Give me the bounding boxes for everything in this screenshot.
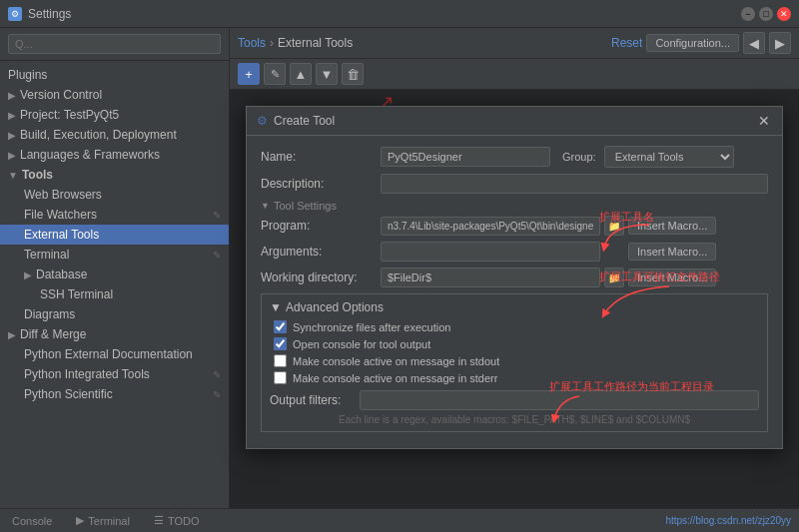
down-tool-button[interactable]: ▼ <box>316 63 338 85</box>
dialog-title-text: Create Tool <box>274 114 335 128</box>
dialog-title-bar: ⚙ Create Tool ✕ <box>247 107 782 136</box>
sidebar-item-web-browsers[interactable]: Web Browsers <box>0 185 229 205</box>
reset-button[interactable]: Reset <box>611 36 642 50</box>
sidebar-item-tools[interactable]: ▼ Tools <box>0 165 229 185</box>
breadcrumb-tools[interactable]: Tools <box>238 36 266 50</box>
sidebar-item-python-ext-doc[interactable]: Python External Documentation <box>0 344 229 364</box>
console-active-stdout-checkbox[interactable] <box>274 354 287 367</box>
arguments-row: Arguments: 📁 Insert Macro... <box>261 242 768 262</box>
arrow-icon: ▶ <box>8 110 16 121</box>
content-main: ⚙ Create Tool ✕ Name: Group: <box>230 90 799 508</box>
sidebar-item-python-scientific[interactable]: Python Scientific ✎ <box>0 384 229 404</box>
sidebar-nav: Plugins ▶ Version Control ▶ Project: Tes… <box>0 61 229 508</box>
group-select[interactable]: External Tools <box>604 146 734 168</box>
terminal-tab[interactable]: ▶ Terminal <box>72 514 134 527</box>
args-label: Arguments: <box>261 245 381 259</box>
close-button[interactable]: ✕ <box>777 7 791 21</box>
todo-label: TODO <box>168 515 200 527</box>
breadcrumb: Tools › External Tools <box>238 36 607 50</box>
sidebar-item-database[interactable]: ▶ Database <box>0 265 229 284</box>
sidebar-item-file-watchers[interactable]: File Watchers ✎ <box>0 205 229 225</box>
open-console-row: Open console for tool output <box>270 337 759 350</box>
todo-icon: ☰ <box>154 514 164 527</box>
breadcrumb-current: External Tools <box>278 36 353 50</box>
title-bar-controls: − □ ✕ <box>741 7 791 21</box>
program-row: Program: 📁 Insert Macro... <box>261 216 768 236</box>
sidebar-item-external-tools[interactable]: External Tools <box>0 225 229 245</box>
tool-settings-header: Tool Settings <box>261 200 768 212</box>
content-area: Tools › External Tools Reset Configurati… <box>230 28 799 508</box>
annotation-tool-name: 扩展工具名 <box>599 210 659 253</box>
search-input[interactable] <box>8 34 221 54</box>
settings-icon: ⚙ <box>8 7 22 21</box>
sidebar-item-diagrams[interactable]: Diagrams <box>0 304 229 324</box>
open-console-checkbox[interactable] <box>274 337 287 350</box>
breadcrumb-separator: › <box>270 36 274 50</box>
sync-files-checkbox[interactable] <box>274 320 287 333</box>
content-toolbar: Tools › External Tools Reset Configurati… <box>230 28 799 59</box>
annotation-tool-path: 扩展工具可执行文件路径 <box>599 269 720 319</box>
up-tool-button[interactable]: ▲ <box>290 63 312 85</box>
desc-input[interactable] <box>381 174 768 194</box>
arrow-icon: ▶ <box>8 130 16 141</box>
annotation-work-dir: 扩展工具工作路径为当前工程目录 <box>549 379 714 424</box>
program-field: 📁 Insert Macro... <box>381 216 768 236</box>
name-label: Name: <box>261 150 381 164</box>
program-input[interactable] <box>381 217 600 236</box>
edit-tool-button[interactable]: ✎ <box>264 63 286 85</box>
console-tab[interactable]: Console <box>8 515 56 527</box>
dialog-overlay: ⚙ Create Tool ✕ Name: Group: <box>230 90 799 508</box>
sidebar-item-version-control[interactable]: ▶ Version Control <box>0 85 229 105</box>
sidebar-item-ssh-terminal[interactable]: SSH Terminal <box>0 284 229 304</box>
description-row: Description: <box>261 174 768 194</box>
sync-files-label: Synchronize files after execution <box>293 321 450 333</box>
maximize-button[interactable]: □ <box>759 7 773 21</box>
desc-label: Description: <box>261 177 381 191</box>
output-filters-label: Output filters: <box>270 393 360 407</box>
sync-files-row: Synchronize files after execution <box>270 320 759 333</box>
configuration-button[interactable]: Configuration... <box>646 34 739 52</box>
arrow-icon: ▶ <box>8 329 16 340</box>
nav-left-button[interactable]: ◀ <box>743 32 765 54</box>
minimize-button[interactable]: − <box>741 7 755 21</box>
title-bar-left: ⚙ Settings <box>8 7 71 21</box>
edit-icon: ✎ <box>213 210 221 221</box>
args-input[interactable] <box>381 242 600 262</box>
arrow-icon: ▶ <box>8 150 16 161</box>
sidebar-item-project[interactable]: ▶ Project: TestPyQt5 <box>0 105 229 125</box>
dialog-title: ⚙ Create Tool <box>257 114 335 128</box>
dialog-close-button[interactable]: ✕ <box>756 113 772 129</box>
status-url[interactable]: https://blog.csdn.net/zjz20yy <box>665 515 791 526</box>
nav-right-button[interactable]: ▶ <box>769 32 791 54</box>
console-active-stderr-checkbox[interactable] <box>274 371 287 384</box>
tools-action-toolbar: + ✎ ▲ ▼ 🗑 <box>230 59 799 90</box>
sidebar: Plugins ▶ Version Control ▶ Project: Tes… <box>0 28 230 508</box>
delete-tool-button[interactable]: 🗑 <box>342 63 364 85</box>
add-tool-button[interactable]: + <box>238 63 260 85</box>
sidebar-item-python-integrated[interactable]: Python Integrated Tools ✎ <box>0 364 229 384</box>
arrow-icon: ▶ <box>8 90 16 101</box>
console-active-stdout-label: Make console active on message in stdout <box>293 355 499 367</box>
working-dir-input[interactable] <box>381 267 600 287</box>
arrow-down-icon: ▼ <box>8 170 18 181</box>
desc-field <box>381 174 768 194</box>
group-label: Group: <box>562 151 596 163</box>
args-field: 📁 Insert Macro... <box>381 242 768 262</box>
working-dir-label: Working directory: <box>261 270 381 284</box>
name-group-row: Name: Group: External Tools <box>261 146 768 168</box>
todo-tab[interactable]: ☰ TODO <box>150 514 204 527</box>
name-input[interactable] <box>381 147 550 167</box>
terminal-icon: ▶ <box>76 514 84 527</box>
sidebar-item-terminal[interactable]: Terminal ✎ <box>0 245 229 265</box>
sidebar-item-languages[interactable]: ▶ Languages & Frameworks <box>0 145 229 165</box>
edit-icon: ✎ <box>213 369 221 380</box>
title-bar: ⚙ Settings − □ ✕ <box>0 0 799 28</box>
edit-icon: ✎ <box>213 389 221 400</box>
sidebar-item-build[interactable]: ▶ Build, Execution, Deployment <box>0 125 229 145</box>
console-active-stderr-label: Make console active on message in stderr <box>293 372 497 384</box>
sidebar-item-diff-merge[interactable]: ▶ Diff & Merge <box>0 324 229 344</box>
program-label: Program: <box>261 219 381 233</box>
sidebar-item-plugins[interactable]: Plugins <box>0 65 229 85</box>
arrow-icon: ▶ <box>24 269 32 280</box>
name-field: Group: External Tools <box>381 146 768 168</box>
